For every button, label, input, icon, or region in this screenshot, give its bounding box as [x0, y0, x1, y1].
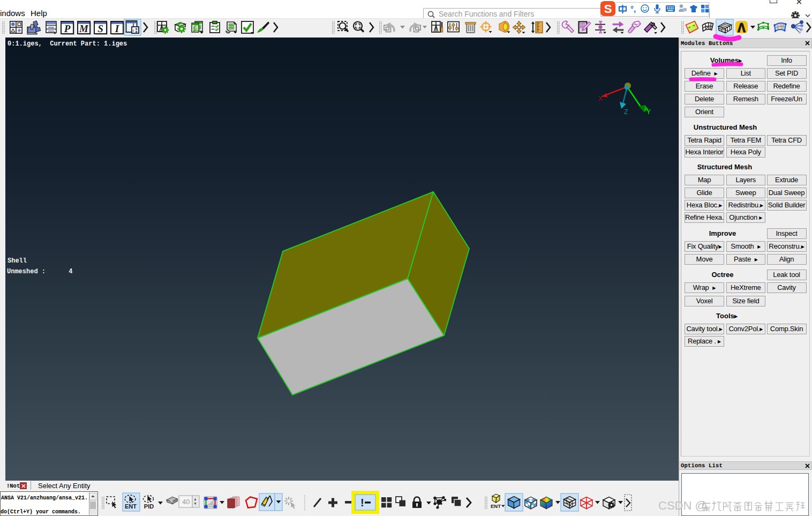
- svg-text:X: X: [598, 95, 603, 103]
- svg-text:M: M: [79, 23, 89, 34]
- svg-text:°,: °,: [630, 4, 636, 13]
- svg-text:!: !: [360, 497, 364, 508]
- svg-text:S: S: [604, 2, 612, 16]
- svg-text:I: I: [115, 23, 119, 34]
- svg-text:Y: Y: [646, 108, 651, 116]
- svg-text:S: S: [97, 23, 103, 34]
- svg-text:ENT: ENT: [125, 503, 137, 510]
- svg-text:Z: Z: [624, 108, 628, 116]
- svg-text:40: 40: [182, 498, 190, 506]
- svg-text:P: P: [64, 23, 71, 34]
- svg-text:ENT: ENT: [491, 503, 501, 509]
- svg-text:PID: PID: [144, 503, 154, 510]
